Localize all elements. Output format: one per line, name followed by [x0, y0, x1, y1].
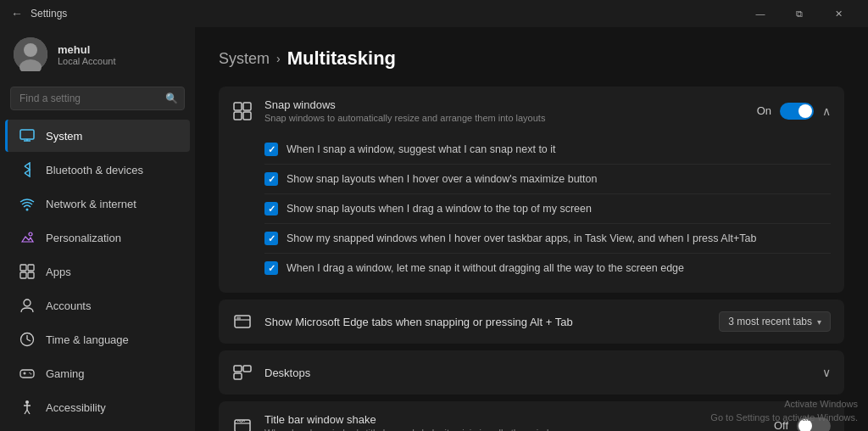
titlebar-left: ← Settings [10, 7, 67, 20]
window-controls: — ⧉ ✕ [741, 0, 858, 27]
snap-option-1-label: When I snap a window, suggest what I can… [287, 143, 556, 155]
accessibility-icon [19, 399, 36, 416]
edge-tabs-controls: 3 most recent tabs ▾ [719, 311, 831, 332]
svg-rect-35 [243, 366, 251, 372]
snap-option-4-label: Show my snapped windows when I hover ove… [287, 232, 756, 244]
activate-watermark: Activate Windows Go to Settings to activ… [710, 398, 858, 424]
network-icon [19, 195, 36, 212]
snap-windows-icon [232, 101, 253, 121]
svg-rect-34 [234, 366, 242, 372]
snap-option-2-label: Show snap layouts when I hover over a wi… [287, 173, 597, 185]
sidebar-item-personalization[interactable]: Personalization [5, 221, 190, 254]
window-title: Settings [31, 8, 67, 20]
edge-tabs-title-wrap: Show Microsoft Edge tabs when snapping o… [264, 316, 707, 328]
activate-line2: Go to Settings to activate Windows. [710, 411, 858, 424]
edge-tabs-dropdown[interactable]: 3 most recent tabs ▾ [719, 311, 831, 332]
search-icon: 🔍 [165, 92, 178, 104]
snap-option-3-label: Show snap layouts when I drag a window t… [287, 203, 592, 215]
snap-windows-controls: On ∧ [757, 103, 831, 120]
snap-option-5: ✓ When I drag a window, let me snap it w… [264, 253, 831, 283]
sidebar-item-bluetooth-label: Bluetooth & devices [46, 164, 143, 176]
sidebar-item-bluetooth[interactable]: Bluetooth & devices [5, 154, 190, 186]
snap-windows-card: Snap windows Snap windows to automatical… [219, 87, 844, 293]
svg-rect-36 [234, 373, 242, 379]
svg-line-15 [27, 339, 31, 341]
desktops-header[interactable]: Desktops ∨ [219, 350, 844, 395]
sidebar-item-network-label: Network & internet [46, 198, 136, 210]
svg-rect-10 [20, 272, 26, 278]
desktops-icon [232, 362, 253, 383]
breadcrumb: System › Multitasking [219, 48, 844, 70]
snap-option-2: ✓ Show snap layouts when I hover over a … [264, 164, 831, 193]
svg-rect-8 [20, 265, 26, 271]
content-area: System › Multitasking Snap windows Snap … [195, 27, 868, 431]
breadcrumb-parent[interactable]: System [219, 50, 270, 68]
snap-option-3-checkbox[interactable]: ✓ [264, 202, 278, 216]
desktops-title: Desktops [264, 367, 810, 379]
restore-button[interactable]: ⧉ [780, 0, 819, 27]
title-bar-shake-subtitle: When I grab a window's title bar and sha… [264, 428, 762, 431]
snap-windows-title: Snap windows [264, 98, 745, 111]
sidebar-item-accessibility-label: Accessibility [46, 401, 106, 414]
svg-point-19 [29, 372, 30, 373]
snap-option-1-checkbox[interactable]: ✓ [264, 143, 278, 156]
svg-rect-16 [20, 370, 34, 378]
gaming-icon [19, 365, 36, 382]
sidebar-item-accounts-label: Accounts [46, 299, 91, 312]
desktops-chevron[interactable]: ∨ [822, 366, 831, 379]
breadcrumb-separator: › [276, 52, 281, 65]
svg-rect-11 [28, 272, 34, 278]
search-input[interactable] [10, 87, 185, 110]
edge-tabs-card: Show Microsoft Edge tabs when snapping o… [219, 299, 844, 344]
sidebar-item-gaming-label: Gaming [46, 367, 85, 380]
sidebar-item-time[interactable]: Time & language [5, 323, 190, 355]
edge-tabs-title: Show Microsoft Edge tabs when snapping o… [264, 316, 707, 328]
title-bar-shake-title-wrap: Title bar window shake When I grab a win… [264, 413, 762, 431]
system-icon [19, 127, 36, 144]
desktops-card: Desktops ∨ [219, 350, 844, 395]
user-account-type: Local Account [58, 56, 116, 66]
sidebar-item-privacy[interactable]: Privacy & security [5, 425, 190, 431]
sidebar-item-accounts[interactable]: Accounts [5, 289, 190, 322]
svg-point-21 [25, 400, 29, 404]
svg-point-1 [24, 43, 37, 57]
svg-rect-28 [243, 103, 251, 110]
sidebar-item-gaming[interactable]: Gaming [5, 357, 190, 389]
titlebar: ← Settings — ⧉ ✕ [0, 0, 868, 27]
user-profile: mehul Local Account [0, 27, 195, 81]
sidebar-item-apps[interactable]: Apps [5, 255, 190, 288]
snap-option-4-checkbox[interactable]: ✓ [264, 232, 278, 245]
time-icon [19, 331, 36, 348]
snap-option-2-checkbox[interactable]: ✓ [264, 172, 278, 186]
back-button[interactable]: ← [10, 7, 24, 20]
svg-point-12 [24, 299, 31, 306]
svg-rect-27 [234, 103, 242, 110]
minimize-button[interactable]: — [741, 0, 780, 27]
snap-windows-subtitle: Snap windows to automatically resize and… [264, 113, 745, 123]
snap-toggle-knob [798, 104, 812, 118]
sidebar-item-system-label: System [46, 130, 82, 143]
user-info: mehul Local Account [58, 43, 116, 66]
sidebar-item-system[interactable]: System [5, 120, 190, 152]
snap-toggle[interactable] [780, 103, 814, 120]
svg-rect-29 [234, 112, 242, 120]
close-button[interactable]: ✕ [819, 0, 858, 27]
main-layout: mehul Local Account 🔍 System [0, 27, 868, 431]
snap-sub-options: ✓ When I snap a window, suggest what I c… [219, 135, 844, 293]
title-bar-shake-icon [232, 416, 253, 432]
snap-windows-header: Snap windows Snap windows to automatical… [219, 87, 844, 135]
svg-point-20 [31, 373, 31, 374]
snap-chevron[interactable]: ∧ [822, 104, 831, 118]
snap-toggle-label: On [757, 104, 771, 117]
snap-option-5-checkbox[interactable]: ✓ [264, 261, 278, 275]
edge-tabs-header: Show Microsoft Edge tabs when snapping o… [219, 299, 844, 344]
snap-option-5-label: When I drag a window, let me snap it wit… [287, 262, 684, 274]
user-name: mehul [58, 43, 116, 56]
sidebar-item-accessibility[interactable]: Accessibility [5, 391, 190, 423]
sidebar-item-network[interactable]: Network & internet [5, 188, 190, 220]
edge-tabs-icon [232, 311, 253, 332]
svg-line-24 [25, 410, 27, 414]
sidebar-item-personalization-label: Personalization [46, 232, 121, 244]
snap-option-1: ✓ When I snap a window, suggest what I c… [264, 135, 831, 164]
desktops-title-wrap: Desktops [264, 367, 810, 379]
